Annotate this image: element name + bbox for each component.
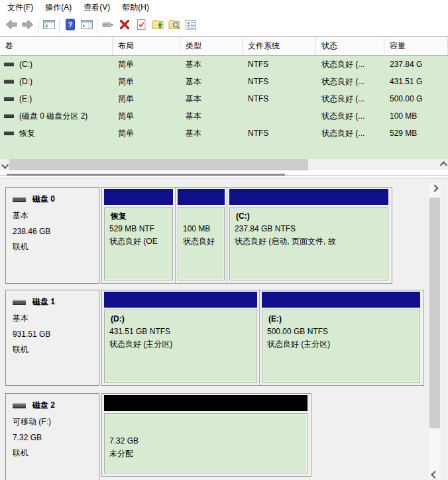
menu-action[interactable]: 操作(A) — [39, 0, 78, 15]
volume-filesystem: NTFS — [243, 60, 316, 69]
menu-view[interactable]: 查看(V) — [78, 0, 116, 15]
disk1-strip: (D:) 431.51 GB NTFS 状态良好 (主分区) (E:) 500.… — [101, 290, 424, 386]
volume-capacity: 500.00 G — [384, 94, 448, 103]
table-row-recovery[interactable]: 恢复 简单 基本 NTFS 状态良好 (... 529 MB — [0, 125, 448, 142]
column-header-volume[interactable]: 卷 — [0, 37, 113, 55]
properties-list-button[interactable] — [182, 17, 199, 34]
partition-info: 500.00 GB NTFS — [267, 326, 415, 338]
volume-capacity: 431.51 G — [384, 77, 448, 86]
device-button[interactable] — [99, 17, 116, 34]
show-console-button[interactable] — [78, 17, 95, 34]
disk-icon — [13, 197, 26, 202]
table-row-disk0-partition2[interactable]: (磁盘 0 磁盘分区 2) 简单 基本 状态良好 (... 100 MB — [0, 107, 448, 125]
toolbar-separator — [59, 19, 60, 33]
partition-c[interactable]: (C:) 237.84 GB NTFS 状态良好 (启动, 页面文件, 故 — [227, 188, 390, 283]
folder-search-button[interactable] — [166, 17, 182, 34]
volume-layout: 简单 — [113, 59, 180, 70]
column-header-capacity[interactable]: 容量 — [384, 37, 448, 55]
column-header-layout[interactable]: 布局 — [113, 37, 180, 55]
partition-title: 恢复 — [109, 210, 168, 223]
disk-kind: 基本 — [13, 210, 96, 221]
disk-name: 磁盘 0 — [32, 194, 55, 205]
forward-button[interactable] — [19, 17, 36, 34]
partition-unallocated[interactable]: 7.32 GB 未分配 — [102, 394, 309, 476]
toolbar: ? — [0, 15, 448, 37]
help-button[interactable]: ? — [62, 17, 78, 34]
forward-icon — [21, 18, 34, 33]
disk-size: 238.46 GB — [13, 227, 96, 236]
console-tree-button[interactable] — [40, 17, 57, 34]
table-row-volume-c[interactable]: (C:) 简单 基本 NTFS 状态良好 (... 237.84 G — [0, 56, 448, 73]
volume-status: 状态良好 (... — [316, 76, 384, 88]
show-console-icon — [80, 18, 93, 33]
volume-status: 状态良好 (... — [316, 59, 384, 70]
disk2-info-card[interactable]: 磁盘 2 可移动 (F:) 7.32 GB 联机 — [5, 393, 99, 480]
volume-layout: 简单 — [113, 93, 180, 105]
unallocated-color-bar — [104, 395, 308, 411]
partition-title: (E:) — [267, 313, 415, 326]
partition-color-bar — [104, 189, 173, 205]
volume-icon — [4, 131, 14, 135]
volume-type: 基本 — [180, 76, 243, 88]
volume-type: 基本 — [180, 59, 243, 70]
volume-layout: 简单 — [113, 128, 180, 139]
disk-size: 931.51 GB — [13, 330, 96, 339]
pane-splitter[interactable] — [0, 170, 448, 178]
horizontal-scrollbar[interactable] — [0, 159, 448, 170]
partition-title — [183, 210, 219, 223]
disk-status: 联机 — [13, 448, 96, 459]
delete-x-icon — [118, 18, 131, 33]
partition-title: (C:) — [235, 210, 383, 223]
partition-recovery[interactable]: 恢复 529 MB NTF 状态良好 (OE — [102, 188, 175, 283]
disk-icon — [13, 300, 26, 305]
disk-status: 联机 — [13, 344, 96, 355]
check-document-button[interactable] — [133, 17, 149, 34]
folder-up-button[interactable] — [149, 17, 166, 34]
disk1-info-card[interactable]: 磁盘 1 基本 931.51 GB 联机 — [5, 290, 99, 386]
volume-type: 基本 — [180, 93, 243, 105]
volume-filesystem: NTFS — [243, 94, 316, 103]
volume-capacity: 100 MB — [384, 111, 448, 121]
volume-type: 基本 — [180, 128, 243, 139]
delete-button[interactable] — [116, 17, 133, 34]
menu-help[interactable]: 帮助(H) — [116, 0, 155, 15]
vertical-scrollbar[interactable] — [429, 183, 441, 480]
chevron-up-icon — [431, 184, 438, 192]
volume-type: 基本 — [180, 111, 243, 122]
table-row-volume-d[interactable]: (D:) 简单 基本 NTFS 状态良好 (... 431.51 G — [0, 73, 448, 90]
menu-file[interactable]: 文件(F) — [1, 0, 39, 15]
properties-list-icon — [184, 18, 197, 33]
partition-status: 状态良好 (启动, 页面文件, 故 — [235, 235, 383, 248]
partition-info: 100 MB — [183, 223, 219, 235]
column-header-type[interactable]: 类型 — [180, 37, 243, 55]
vertical-scrollbar-thumb[interactable] — [429, 198, 440, 428]
volume-icon — [4, 97, 14, 101]
volume-name: (E:) — [19, 94, 32, 103]
partition-color-bar — [229, 189, 388, 205]
disk0-info-card[interactable]: 磁盘 0 基本 238.46 GB 联机 — [5, 187, 99, 284]
folder-up-icon — [151, 18, 164, 33]
table-row-volume-e[interactable]: (E:) 简单 基本 NTFS 状态良好 (... 500.00 G — [0, 90, 448, 107]
splitter-grip — [7, 174, 285, 176]
toolbar-separator — [38, 19, 38, 33]
volume-filesystem: NTFS — [243, 77, 316, 86]
scroll-down-button[interactable] — [429, 469, 441, 480]
volume-capacity: 237.84 G — [384, 60, 448, 69]
partition-d[interactable]: (D:) 431.51 GB NTFS 状态良好 (主分区) — [102, 290, 259, 385]
partition-e[interactable]: (E:) 500.00 GB NTFS 状态良好 (主分区) — [259, 290, 422, 385]
column-header-filesystem[interactable]: 文件系统 — [243, 37, 316, 55]
toolbar-separator — [97, 19, 97, 33]
console-tree-icon — [42, 18, 56, 33]
partition-system-100mb[interactable]: 100 MB 状态良好 — [175, 188, 227, 283]
volume-icon — [4, 62, 14, 66]
volume-layout: 简单 — [113, 111, 180, 122]
column-header-status[interactable]: 状态 — [316, 37, 384, 55]
scroll-up-button[interactable] — [429, 183, 441, 194]
back-button[interactable] — [3, 17, 19, 34]
partition-status: 状态良好 (OE — [109, 235, 168, 248]
horizontal-scrollbar-thumb[interactable] — [9, 159, 308, 170]
scroll-right-button[interactable] — [437, 159, 448, 170]
partition-color-bar — [104, 292, 257, 308]
disk-name: 磁盘 2 — [32, 400, 55, 411]
svg-text:?: ? — [68, 21, 72, 29]
